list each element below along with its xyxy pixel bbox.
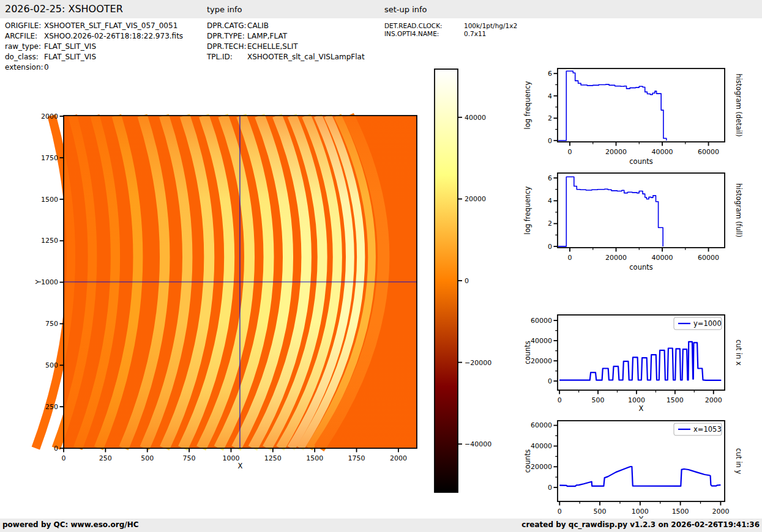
y-tick-label: 250: [45, 403, 58, 411]
x-tick-label: 2000: [712, 508, 729, 515]
setup-info-label: INS.OPTI4.NAME:: [384, 30, 464, 38]
setup-info-value: 100k/1pt/hg/1x2: [464, 22, 517, 30]
metadata-row: ARCFILE:XSHOO.2026-02-26T18:18:22.973.fi…: [5, 31, 183, 42]
raw-frame-image: [35, 116, 417, 448]
type-info-row: DPR.TECH:ECHELLE,SLIT: [207, 42, 365, 52]
type-info-label: TPL.ID:: [207, 52, 247, 62]
y-tick-label: 1500: [41, 196, 58, 204]
y-tick-label: 60000: [531, 421, 552, 429]
type-info-value: XSHOOTER_slt_cal_VISLampFlat: [247, 52, 365, 62]
x-tick-label: 0: [558, 396, 562, 404]
x-tick-label: 40000: [652, 254, 673, 262]
metadata-value: FLAT_SLIT_VIS: [44, 42, 96, 52]
footer-bar: powered by QC: www.eso.org/HC created by…: [0, 519, 762, 532]
footer-powered-by: powered by QC: www.eso.org/HC: [2, 520, 139, 529]
type-info-row: TPL.ID:XSHOOTER_slt_cal_VISLampFlat: [207, 52, 365, 62]
y-tick-label: 4: [548, 92, 552, 100]
metadata-row: do_class:FLAT_SLIT_VIS: [5, 52, 183, 62]
type-info-row: DPR.TYPE:LAMP,FLAT: [207, 31, 365, 42]
data-line: [558, 177, 663, 246]
x-tick-label: 20000: [605, 254, 627, 262]
legend-label: y=1000: [693, 319, 722, 328]
y-tick-label: 0: [548, 377, 552, 385]
type-info-value: LAMP,FLAT: [247, 31, 287, 42]
y-tick-label: 4: [548, 197, 552, 205]
metadata-value: 0: [44, 62, 49, 73]
x-tick-label: 0: [568, 148, 572, 156]
y-tick-label: 0: [548, 137, 552, 145]
y-tick-label: 40000: [531, 337, 552, 345]
colorbar-tick-label: 40000: [465, 114, 486, 122]
colorbar-tick-label: −40000: [465, 440, 491, 448]
type-info-heading: type info: [207, 5, 242, 14]
x-axis-label: X: [238, 462, 243, 470]
y-tick-label: 1750: [41, 154, 58, 162]
x-tick-label: 250: [99, 454, 112, 462]
type-info-value: ECHELLE,SLIT: [247, 42, 298, 52]
colorbar-tick-label: 0: [465, 277, 469, 285]
metadata-value: XSHOO.2026-02-26T18:18:22.973.fits: [44, 31, 183, 42]
y-axis-label: counts: [523, 449, 532, 473]
x-tick-label: 500: [592, 396, 605, 404]
right-axis-label: cut in y: [734, 448, 743, 475]
right-axis-label: histogram (detail): [734, 73, 743, 136]
footer-created-by: created by qc_rawdisp.py v1.2.3 on 2026-…: [521, 520, 760, 529]
x-tick-label: 500: [594, 508, 607, 515]
data-line: [559, 342, 721, 380]
setup-info-label: DET.READ.CLOCK:: [384, 22, 464, 30]
right-axis-label: cut in x: [734, 339, 743, 366]
metadata-row: ORIGFILE:XSHOOTER_SLT_FLAT_VIS_057_0051: [5, 21, 183, 31]
setup-info-row: INS.OPTI4.NAME:0.7x11: [384, 30, 517, 38]
metadata-label: ORIGFILE:: [5, 21, 44, 31]
type-info-row: DPR.CATG:CALIB: [207, 21, 365, 31]
y-tick-label: 0: [54, 445, 58, 453]
y-axis-label: Y: [34, 279, 43, 285]
metadata-row: extension:0: [5, 62, 183, 73]
file-metadata: ORIGFILE:XSHOOTER_SLT_FLAT_VIS_057_0051 …: [5, 21, 183, 73]
axes-frame: [558, 173, 725, 248]
histogram-full-plot: 02000040000600000246countslog frequencyh…: [520, 164, 762, 277]
x-tick-label: 750: [183, 454, 196, 462]
y-tick-label: 2: [548, 220, 552, 227]
metadata-label: do_class:: [5, 52, 44, 62]
setup-info-heading: set-up info: [384, 5, 427, 14]
y-tick-label: 750: [45, 320, 58, 328]
y-tick-label: 6: [548, 174, 552, 182]
colorbar: 40000200000−20000−40000: [425, 61, 505, 501]
legend-label: x=1053: [693, 425, 722, 434]
y-axis-label: counts: [523, 341, 532, 364]
histogram-detail-plot: 02000040000600000246countslog frequencyh…: [520, 57, 762, 170]
metadata-label: extension:: [5, 62, 44, 73]
x-tick-label: 60000: [698, 254, 719, 262]
x-tick-label: 1250: [264, 454, 282, 462]
metadata-row: raw_type:FLAT_SLIT_VIS: [5, 42, 183, 52]
y-axis-label: log frequency: [523, 81, 532, 129]
y-tick-label: 1250: [41, 237, 58, 245]
y-tick-label: 500: [45, 361, 58, 369]
metadata-label: raw_type:: [5, 42, 44, 52]
x-tick-label: 2000: [705, 396, 722, 404]
type-info-block: DPR.CATG:CALIB DPR.TYPE:LAMP,FLAT DPR.TE…: [207, 21, 365, 62]
axes-frame: [558, 68, 725, 142]
y-tick-label: 20000: [531, 463, 552, 471]
colorbar-tick-label: −20000: [465, 359, 491, 367]
type-info-value: CALIB: [247, 21, 269, 31]
y-tick-label: 6: [548, 70, 552, 78]
x-tick-label: 1500: [667, 396, 684, 404]
y-tick-label: 2: [548, 114, 552, 122]
cut-in-x-plot: 05001000150020000200004000060000Xcountsc…: [520, 305, 762, 418]
raw-frame-heatmap: 0250500750100012501500175020000250500750…: [18, 92, 447, 483]
x-tick-label: 60000: [698, 148, 719, 156]
x-tick-label: 1000: [222, 454, 239, 462]
y-tick-label: 40000: [531, 442, 552, 450]
x-tick-label: 2000: [390, 454, 407, 462]
y-tick-label: 1000: [41, 278, 58, 286]
x-tick-label: 20000: [605, 148, 627, 156]
type-info-label: DPR.CATG:: [207, 21, 247, 31]
type-info-label: DPR.TECH:: [207, 42, 247, 52]
x-tick-label: 1500: [306, 454, 323, 462]
setup-info-block: DET.READ.CLOCK:100k/1pt/hg/1x2 INS.OPTI4…: [384, 22, 517, 38]
metadata-value: FLAT_SLIT_VIS: [44, 52, 96, 62]
x-tick-label: 500: [141, 454, 154, 462]
right-axis-label: histogram (full): [734, 183, 743, 238]
